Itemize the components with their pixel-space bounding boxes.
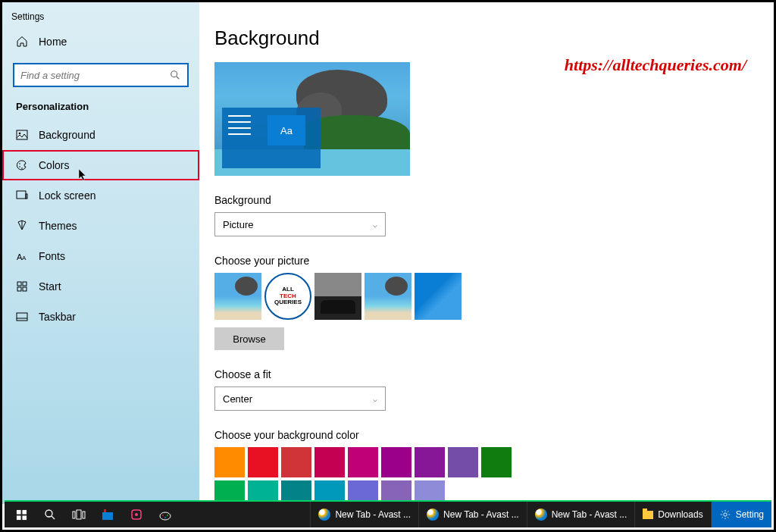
sidebar-item-label: Start <box>39 280 61 293</box>
picture-thumb-2[interactable]: ALL TECH QUERIES <box>264 273 311 320</box>
color-swatch[interactable] <box>214 447 245 477</box>
browse-button[interactable]: Browse <box>214 327 284 350</box>
start-icon <box>16 280 28 293</box>
color-swatch[interactable] <box>314 447 345 477</box>
color-swatch[interactable] <box>248 447 278 477</box>
browser-icon <box>535 509 547 521</box>
color-swatch[interactable] <box>381 447 411 477</box>
taskbar-app-1[interactable] <box>94 502 121 527</box>
search-input[interactable] <box>20 70 169 81</box>
sidebar-item-label: Themes <box>39 220 77 232</box>
color-swatch[interactable] <box>281 447 311 477</box>
search-icon <box>169 69 181 81</box>
svg-rect-20 <box>16 515 20 520</box>
sidebar-item-taskbar[interactable]: Taskbar <box>2 302 199 332</box>
svg-point-0 <box>171 71 177 77</box>
lockscreen-icon <box>16 189 28 202</box>
fit-dropdown[interactable]: Center ⌵ <box>214 386 386 411</box>
taskbar-downloads-label: Downloads <box>658 509 702 520</box>
folder-icon <box>643 511 653 519</box>
sidebar-item-fonts[interactable]: AA Fonts <box>2 241 199 271</box>
svg-point-5 <box>19 166 20 167</box>
svg-rect-2 <box>17 130 27 139</box>
taskbar-paint-icon[interactable] <box>152 502 179 527</box>
color-swatch[interactable] <box>448 447 478 477</box>
svg-point-35 <box>723 513 726 516</box>
fit-label: Choose a fit <box>214 368 759 380</box>
taskbar-tab-label: New Tab - Avast ... <box>335 509 411 520</box>
taskbar-tab-label: New Tab - Avast ... <box>443 509 519 520</box>
sidebar: Settings Home Personalization Background <box>2 2 199 504</box>
section-title: Personalization <box>2 98 199 120</box>
color-swatch[interactable] <box>481 447 512 477</box>
svg-point-30 <box>135 513 138 516</box>
svg-rect-12 <box>17 282 21 286</box>
fit-dropdown-value: Center <box>223 393 252 405</box>
task-view-icon[interactable] <box>65 502 92 527</box>
svg-point-33 <box>164 517 166 518</box>
svg-point-6 <box>21 167 23 169</box>
home-label: Home <box>39 36 67 48</box>
svg-point-34 <box>167 515 168 516</box>
sidebar-item-colors[interactable]: Colors <box>2 150 199 180</box>
svg-rect-14 <box>17 287 21 291</box>
picture-thumbnails: ALL TECH QUERIES <box>214 273 759 320</box>
picture-thumb-5[interactable] <box>415 273 462 320</box>
svg-point-4 <box>19 163 20 164</box>
picture-icon <box>16 129 28 141</box>
svg-line-1 <box>177 77 180 80</box>
sidebar-item-lockscreen[interactable]: Lock screen <box>2 180 199 211</box>
taskbar-tab-3[interactable]: New Tab - Avast ... <box>527 502 635 527</box>
browser-icon <box>427 509 439 521</box>
sidebar-item-themes[interactable]: Themes <box>2 211 199 241</box>
taskbar-tab-2[interactable]: New Tab - Avast ... <box>418 502 527 527</box>
svg-rect-25 <box>77 510 81 519</box>
background-dropdown[interactable]: Picture ⌵ <box>214 212 386 236</box>
fonts-icon: AA <box>16 250 28 262</box>
svg-point-22 <box>45 510 52 517</box>
svg-rect-16 <box>17 313 27 321</box>
svg-rect-26 <box>83 512 85 518</box>
page-title: Background <box>214 27 759 50</box>
sidebar-item-label: Taskbar <box>39 311 76 323</box>
taskbar-search-icon[interactable] <box>36 502 64 527</box>
picture-thumb-1[interactable] <box>214 273 261 320</box>
taskbar: New Tab - Avast ... New Tab - Avast ... … <box>5 500 771 527</box>
home-nav[interactable]: Home <box>2 25 199 58</box>
taskbar-downloads[interactable]: Downloads <box>634 502 710 527</box>
preview-tile: Aa <box>268 115 305 146</box>
svg-rect-13 <box>23 282 27 286</box>
svg-line-23 <box>52 516 55 519</box>
taskbar-tab-label: New Tab - Avast ... <box>552 509 627 520</box>
chevron-down-icon: ⌵ <box>373 221 377 229</box>
background-label: Background <box>214 194 759 206</box>
sidebar-item-label: Fonts <box>39 250 65 262</box>
start-button[interactable] <box>8 502 35 527</box>
sidebar-item-label: Lock screen <box>39 189 95 202</box>
color-grid <box>214 447 533 504</box>
palette-icon <box>16 159 28 171</box>
browser-icon <box>318 509 330 521</box>
taskbar-settings[interactable]: Setting <box>711 502 771 527</box>
picture-thumb-4[interactable] <box>365 273 411 320</box>
sidebar-item-start[interactable]: Start <box>2 271 199 302</box>
svg-rect-21 <box>22 515 27 520</box>
home-icon <box>16 36 28 48</box>
taskbar-icon <box>16 311 28 323</box>
color-swatch[interactable] <box>348 447 378 477</box>
svg-rect-7 <box>17 191 26 199</box>
svg-point-31 <box>160 512 171 520</box>
window-title: Settings <box>2 8 199 25</box>
search-box[interactable] <box>13 63 189 87</box>
svg-point-32 <box>162 515 164 516</box>
taskbar-tab-1[interactable]: New Tab - Avast ... <box>310 502 418 527</box>
svg-rect-18 <box>16 509 20 514</box>
picture-thumb-3[interactable] <box>314 273 361 320</box>
gear-icon <box>719 509 731 521</box>
color-swatch[interactable] <box>415 447 445 477</box>
taskbar-app-2[interactable] <box>123 502 150 527</box>
svg-rect-27 <box>102 512 113 520</box>
sidebar-item-background[interactable]: Background <box>2 120 199 150</box>
svg-rect-15 <box>23 287 27 291</box>
main-content: https://alltechqueries.com/ Background A… <box>199 2 774 504</box>
